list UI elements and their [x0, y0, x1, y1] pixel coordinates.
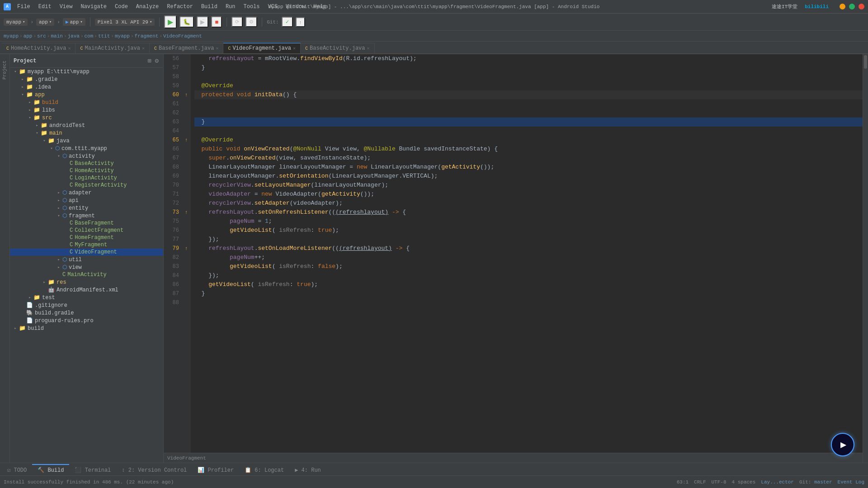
tree-mainactivity[interactable]: C MainActivity: [10, 271, 163, 278]
tree-java[interactable]: ▾ 📁 java: [10, 137, 163, 145]
menu-edit[interactable]: Edit: [35, 2, 55, 11]
tab-videofragment[interactable]: C VideoFragment.java ✕: [223, 43, 301, 53]
device-selector[interactable]: Pixel 3 XL API 29 ▾: [95, 19, 155, 26]
tree-myfragment[interactable]: C MyFragment: [10, 241, 163, 249]
menu-build[interactable]: Build: [198, 2, 221, 11]
breadcrumb-videofragment[interactable]: VideoFragment: [163, 33, 202, 39]
tree-activity[interactable]: ▾ ⬡ activity: [10, 152, 163, 160]
tree-homeactivity[interactable]: C HomeActivity: [10, 167, 163, 174]
tree-loginactivity[interactable]: C LoginActivity: [10, 174, 163, 182]
maximize-button[interactable]: [849, 4, 855, 9]
tree-homefragment[interactable]: C HomeFragment: [10, 234, 163, 241]
tree-videofragment[interactable]: C VideoFragment: [10, 249, 163, 256]
coverage-button[interactable]: ▶̈: [197, 16, 208, 28]
menu-run[interactable]: Run: [222, 2, 239, 11]
tab-profiler[interactable]: 📊 Profiler: [192, 464, 239, 475]
tree-basefragment[interactable]: C BaseFragment: [10, 220, 163, 227]
tab-terminal[interactable]: ⬛ Terminal: [69, 464, 116, 475]
stop-button[interactable]: ■: [211, 16, 222, 28]
project-vtab[interactable]: Project: [1, 58, 8, 82]
tree-app[interactable]: ▾ 📁 app: [10, 91, 163, 99]
tree-view[interactable]: ▸ ⬡ view: [10, 263, 163, 271]
tree-baseactivity[interactable]: C BaseActivity: [10, 160, 163, 167]
project-selector[interactable]: myapp ▾: [4, 19, 28, 26]
tab-baseactivity[interactable]: C BaseActivity.java ✕: [301, 43, 374, 53]
menu-view[interactable]: View: [56, 2, 76, 11]
inspector-label[interactable]: Lay...ector: [761, 479, 794, 485]
tab-mainactivity[interactable]: C MainActivity.java ✕: [75, 43, 149, 53]
tree-androidtest[interactable]: ▸ 📁 androidTest: [10, 122, 163, 129]
tab-basefragment[interactable]: C BaseFragment.java ✕: [150, 43, 223, 53]
tree-manifest[interactable]: 🤖 AndroidManifest.xml: [10, 286, 163, 294]
git-button[interactable]: ✓: [282, 17, 293, 27]
tree-gradle[interactable]: ▸ 📁 .gradle: [10, 75, 163, 83]
sep2: ›: [33, 33, 36, 39]
breadcrumb-ttit[interactable]: ttit: [98, 33, 110, 39]
scrollbar-thumb[interactable]: [864, 55, 867, 69]
tree-libs[interactable]: ▸ 📁 libs: [10, 106, 163, 114]
minimize-button[interactable]: [840, 4, 845, 9]
breadcrumb-java[interactable]: java: [67, 33, 79, 39]
tab-close-button3[interactable]: ✕: [216, 46, 218, 51]
settings-action[interactable]: ⚙: [154, 56, 160, 66]
tree-buildgradle[interactable]: 🐘 build.gradle: [10, 309, 163, 317]
class-icon10: C: [62, 272, 66, 278]
tree-api[interactable]: ▸ ⬡ api: [10, 197, 163, 204]
tab-run[interactable]: ▶ 4: Run: [289, 464, 326, 475]
tree-proguard[interactable]: 📄 proguard-rules.pro: [10, 317, 163, 324]
tutu-brand: 途途IT学堂: [772, 3, 797, 10]
sync-button[interactable]: ⟳: [231, 17, 243, 27]
tree-build[interactable]: ▸ 📁 build: [10, 99, 163, 106]
tab-close-button[interactable]: ✕: [68, 46, 71, 51]
breadcrumb-myapp[interactable]: myapp: [4, 33, 19, 39]
tree-test[interactable]: ▸ 📁 test: [10, 294, 163, 301]
breadcrumb-fragment[interactable]: fragment: [135, 33, 159, 39]
tree-gitignore[interactable]: 📄 .gitignore: [10, 301, 163, 309]
tree-package[interactable]: ▾ ⬡ com.ttit.myapp: [10, 145, 163, 152]
tab-vcs[interactable]: ↕ 2: Version Control: [116, 465, 192, 475]
tab-close-button4[interactable]: ✕: [293, 46, 296, 51]
arrow-entity: ▸: [55, 206, 62, 211]
tab-close-button5[interactable]: ✕: [367, 46, 370, 51]
tab-build[interactable]: 🔨 Build: [32, 464, 69, 475]
breadcrumb-myapp2[interactable]: myapp: [115, 33, 130, 39]
tab-homeactivity[interactable]: C HomeActivity.java ✕: [2, 43, 75, 53]
settings-button[interactable]: ⚙: [245, 17, 257, 27]
tree-util[interactable]: ▸ ⬡ util: [10, 256, 163, 263]
module-selector[interactable]: app ▾: [36, 19, 54, 26]
tree-collectfragment[interactable]: C CollectFragment: [10, 227, 163, 234]
right-scrollbar[interactable]: [863, 54, 868, 463]
tree-main[interactable]: ▾ 📁 main: [10, 129, 163, 137]
breadcrumb-src[interactable]: src: [37, 33, 46, 39]
event-log[interactable]: Event Log: [838, 479, 864, 485]
tree-adapter[interactable]: ▸ ⬡ adapter: [10, 189, 163, 197]
tree-myapp-root[interactable]: ▾ 📁 myapp E:\ttit\myapp: [10, 68, 163, 75]
tab-logcat[interactable]: 📋 6: Logcat: [239, 464, 289, 475]
floating-player-button[interactable]: ▶: [831, 433, 854, 456]
menu-analyze[interactable]: Analyze: [132, 2, 162, 11]
tree-idea[interactable]: ▸ 📁 .idea: [10, 83, 163, 91]
menu-refactor[interactable]: Refactor: [163, 2, 197, 11]
menu-navigate[interactable]: Navigate: [77, 2, 110, 11]
tree-registeractivity[interactable]: C RegisterActivity: [10, 182, 163, 189]
close-button[interactable]: [859, 4, 864, 9]
code-text[interactable]: refreshLayout = mRootView.findViewById(R…: [191, 54, 863, 463]
menu-code[interactable]: Code: [111, 2, 132, 11]
breadcrumb-com[interactable]: com: [85, 33, 94, 39]
menu-tools[interactable]: Tools: [240, 2, 264, 11]
sync-action[interactable]: ⊞: [146, 56, 152, 66]
tree-src[interactable]: ▾ 📁 src: [10, 114, 163, 122]
tree-fragment[interactable]: ▾ ⬡ fragment: [10, 212, 163, 220]
tab-todo[interactable]: ☑ TODO: [2, 464, 32, 475]
tree-buildroot[interactable]: ▸ 📁 build: [10, 324, 163, 332]
tree-res[interactable]: ▸ 📁 res: [10, 278, 163, 286]
breadcrumb-main[interactable]: main: [51, 33, 62, 39]
run-config-selector[interactable]: ▶ app ▾: [63, 18, 85, 26]
breadcrumb-app[interactable]: app: [24, 33, 33, 39]
debug-button[interactable]: 🐛: [179, 16, 194, 28]
tree-entity[interactable]: ▸ ⬡ entity: [10, 204, 163, 212]
menu-file[interactable]: File: [14, 2, 34, 11]
git-action-button[interactable]: ↑: [296, 17, 306, 27]
run-button[interactable]: ▶: [164, 15, 177, 28]
tab-close-button2[interactable]: ✕: [142, 46, 145, 51]
